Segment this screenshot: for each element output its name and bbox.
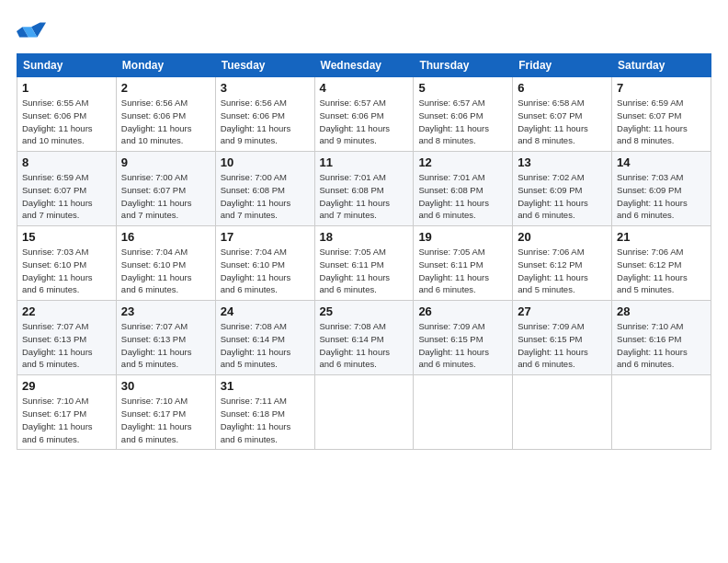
day-info: Sunrise: 7:09 AMSunset: 6:15 PMDaylight:… <box>518 320 607 371</box>
day-info: Sunrise: 7:09 AMSunset: 6:15 PMDaylight:… <box>418 320 507 371</box>
day-info: Sunrise: 7:08 AMSunset: 6:14 PMDaylight:… <box>221 320 310 371</box>
day-number: 22 <box>22 304 111 318</box>
week-row-0: 1Sunrise: 6:55 AMSunset: 6:06 PMDaylight… <box>17 77 711 152</box>
day-cell: 21Sunrise: 7:06 AMSunset: 6:12 PMDayligh… <box>612 226 711 301</box>
day-number: 19 <box>418 230 507 244</box>
day-info: Sunrise: 7:06 AMSunset: 6:12 PMDaylight:… <box>518 246 607 296</box>
day-cell: 19Sunrise: 7:05 AMSunset: 6:11 PMDayligh… <box>414 226 513 301</box>
day-cell: 16Sunrise: 7:04 AMSunset: 6:10 PMDayligh… <box>116 226 215 301</box>
day-info: Sunrise: 7:01 AMSunset: 6:08 PMDaylight:… <box>418 171 507 222</box>
day-number: 26 <box>418 304 507 318</box>
day-info: Sunrise: 6:57 AMSunset: 6:06 PMDaylight:… <box>320 97 409 147</box>
day-number: 16 <box>121 230 210 244</box>
day-info: Sunrise: 7:01 AMSunset: 6:08 PMDaylight:… <box>320 171 409 222</box>
day-cell: 13Sunrise: 7:02 AMSunset: 6:09 PMDayligh… <box>513 152 612 226</box>
header-row: SundayMondayTuesdayWednesdayThursdayFrid… <box>17 54 711 77</box>
day-info: Sunrise: 7:03 AMSunset: 6:09 PMDaylight:… <box>617 171 706 222</box>
day-number: 25 <box>320 304 409 318</box>
calendar-table: SundayMondayTuesdayWednesdayThursdayFrid… <box>17 53 711 450</box>
day-info: Sunrise: 7:05 AMSunset: 6:11 PMDaylight:… <box>320 246 409 296</box>
logo-icon <box>17 17 46 46</box>
logo <box>17 17 51 46</box>
day-info: Sunrise: 7:03 AMSunset: 6:10 PMDaylight:… <box>22 246 111 296</box>
day-cell: 29Sunrise: 7:10 AMSunset: 6:17 PMDayligh… <box>17 375 117 450</box>
day-number: 8 <box>22 155 111 169</box>
day-cell: 10Sunrise: 7:00 AMSunset: 6:08 PMDayligh… <box>215 152 314 226</box>
day-number: 5 <box>418 81 507 95</box>
day-cell: 15Sunrise: 7:03 AMSunset: 6:10 PMDayligh… <box>17 226 117 301</box>
day-cell: 2Sunrise: 6:56 AMSunset: 6:06 PMDaylight… <box>116 77 215 152</box>
day-info: Sunrise: 7:06 AMSunset: 6:12 PMDaylight:… <box>617 246 706 296</box>
day-number: 31 <box>221 379 310 393</box>
day-cell: 6Sunrise: 6:58 AMSunset: 6:07 PMDaylight… <box>513 77 612 152</box>
day-number: 21 <box>617 230 706 244</box>
day-number: 14 <box>617 155 706 169</box>
day-number: 15 <box>22 230 111 244</box>
day-header-monday: Monday <box>116 54 215 77</box>
day-number: 10 <box>221 155 310 169</box>
day-info: Sunrise: 6:56 AMSunset: 6:06 PMDaylight:… <box>221 97 310 147</box>
day-number: 2 <box>121 81 210 95</box>
day-info: Sunrise: 7:11 AMSunset: 6:18 PMDaylight:… <box>221 395 310 445</box>
day-info: Sunrise: 7:05 AMSunset: 6:11 PMDaylight:… <box>418 246 507 296</box>
day-number: 13 <box>518 155 607 169</box>
week-row-4: 29Sunrise: 7:10 AMSunset: 6:17 PMDayligh… <box>17 375 711 450</box>
day-cell: 26Sunrise: 7:09 AMSunset: 6:15 PMDayligh… <box>414 301 513 375</box>
page: SundayMondayTuesdayWednesdayThursdayFrid… <box>0 0 728 563</box>
day-number: 11 <box>320 155 409 169</box>
day-cell: 14Sunrise: 7:03 AMSunset: 6:09 PMDayligh… <box>612 152 711 226</box>
day-number: 23 <box>121 304 210 318</box>
week-row-2: 15Sunrise: 7:03 AMSunset: 6:10 PMDayligh… <box>17 226 711 301</box>
day-cell: 22Sunrise: 7:07 AMSunset: 6:13 PMDayligh… <box>17 301 117 375</box>
day-cell: 11Sunrise: 7:01 AMSunset: 6:08 PMDayligh… <box>314 152 414 226</box>
day-cell: 24Sunrise: 7:08 AMSunset: 6:14 PMDayligh… <box>215 301 314 375</box>
week-row-1: 8Sunrise: 6:59 AMSunset: 6:07 PMDaylight… <box>17 152 711 226</box>
day-cell <box>513 375 612 450</box>
day-cell: 17Sunrise: 7:04 AMSunset: 6:10 PMDayligh… <box>215 226 314 301</box>
calendar-body: 1Sunrise: 6:55 AMSunset: 6:06 PMDaylight… <box>17 77 711 450</box>
day-number: 6 <box>518 81 607 95</box>
day-cell: 28Sunrise: 7:10 AMSunset: 6:16 PMDayligh… <box>612 301 711 375</box>
day-number: 28 <box>617 304 706 318</box>
day-cell: 8Sunrise: 6:59 AMSunset: 6:07 PMDaylight… <box>17 152 117 226</box>
day-header-thursday: Thursday <box>414 54 513 77</box>
day-number: 7 <box>617 81 706 95</box>
day-cell: 31Sunrise: 7:11 AMSunset: 6:18 PMDayligh… <box>215 375 314 450</box>
day-number: 24 <box>221 304 310 318</box>
day-number: 29 <box>22 379 111 393</box>
week-row-3: 22Sunrise: 7:07 AMSunset: 6:13 PMDayligh… <box>17 301 711 375</box>
day-info: Sunrise: 7:10 AMSunset: 6:16 PMDaylight:… <box>617 320 706 371</box>
day-cell <box>414 375 513 450</box>
day-info: Sunrise: 7:08 AMSunset: 6:14 PMDaylight:… <box>320 320 409 371</box>
day-info: Sunrise: 6:55 AMSunset: 6:06 PMDaylight:… <box>22 97 111 147</box>
day-info: Sunrise: 7:10 AMSunset: 6:17 PMDaylight:… <box>121 395 210 445</box>
day-number: 20 <box>518 230 607 244</box>
day-cell: 23Sunrise: 7:07 AMSunset: 6:13 PMDayligh… <box>116 301 215 375</box>
day-info: Sunrise: 7:07 AMSunset: 6:13 PMDaylight:… <box>121 320 210 371</box>
day-info: Sunrise: 7:00 AMSunset: 6:08 PMDaylight:… <box>221 171 310 222</box>
day-cell: 4Sunrise: 6:57 AMSunset: 6:06 PMDaylight… <box>314 77 414 152</box>
day-header-wednesday: Wednesday <box>314 54 414 77</box>
day-cell: 27Sunrise: 7:09 AMSunset: 6:15 PMDayligh… <box>513 301 612 375</box>
day-header-friday: Friday <box>513 54 612 77</box>
day-info: Sunrise: 7:00 AMSunset: 6:07 PMDaylight:… <box>121 171 210 222</box>
day-info: Sunrise: 6:59 AMSunset: 6:07 PMDaylight:… <box>22 171 111 222</box>
day-number: 27 <box>518 304 607 318</box>
day-cell: 7Sunrise: 6:59 AMSunset: 6:07 PMDaylight… <box>612 77 711 152</box>
day-cell <box>314 375 414 450</box>
day-cell: 5Sunrise: 6:57 AMSunset: 6:06 PMDaylight… <box>414 77 513 152</box>
day-info: Sunrise: 7:02 AMSunset: 6:09 PMDaylight:… <box>518 171 607 222</box>
day-number: 3 <box>221 81 310 95</box>
day-info: Sunrise: 6:57 AMSunset: 6:06 PMDaylight:… <box>418 97 507 147</box>
day-number: 17 <box>221 230 310 244</box>
day-number: 9 <box>121 155 210 169</box>
day-cell: 3Sunrise: 6:56 AMSunset: 6:06 PMDaylight… <box>215 77 314 152</box>
day-number: 1 <box>22 81 111 95</box>
day-cell: 1Sunrise: 6:55 AMSunset: 6:06 PMDaylight… <box>17 77 117 152</box>
day-header-saturday: Saturday <box>612 54 711 77</box>
day-cell <box>612 375 711 450</box>
day-cell: 30Sunrise: 7:10 AMSunset: 6:17 PMDayligh… <box>116 375 215 450</box>
day-number: 30 <box>121 379 210 393</box>
day-info: Sunrise: 6:59 AMSunset: 6:07 PMDaylight:… <box>617 97 706 147</box>
day-info: Sunrise: 7:10 AMSunset: 6:17 PMDaylight:… <box>22 395 111 445</box>
